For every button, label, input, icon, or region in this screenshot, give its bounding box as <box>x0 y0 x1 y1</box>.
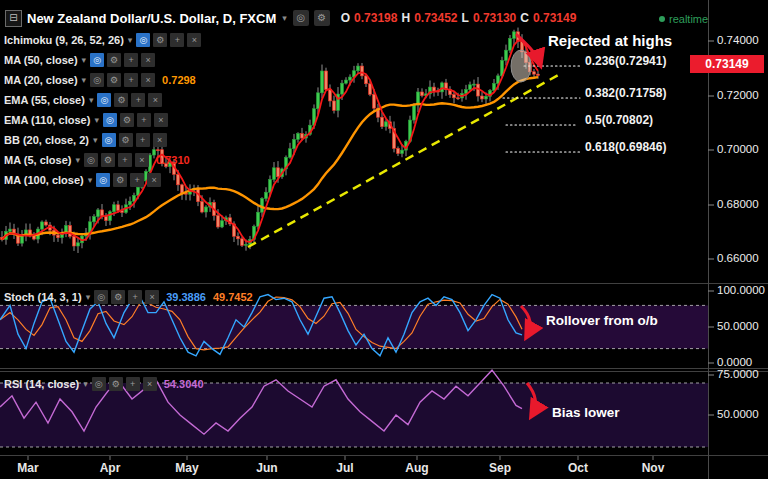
indicator-row-ma-50-close: MA (50, close)▾◎⚙+× <box>4 51 155 69</box>
chevron-down-icon[interactable]: ▾ <box>74 155 81 165</box>
indicator-label-ma-100-close[interactable]: MA (100, close) <box>4 174 84 186</box>
add-icon[interactable]: + <box>137 113 151 127</box>
settings-icon[interactable]: ⚙ <box>109 377 123 391</box>
indicator-row-ichimoku-9-26-52-26: Ichimoku (9, 26, 52, 26)▾◎⚙+× <box>4 31 201 49</box>
fib-label-0-236-0-72941: 0.236(0.72941) <box>585 54 666 68</box>
eye-icon[interactable]: ◎ <box>92 377 106 391</box>
close-icon[interactable]: × <box>153 133 167 147</box>
chevron-down-icon[interactable]: ▾ <box>93 115 100 125</box>
add-icon[interactable]: + <box>131 93 145 107</box>
settings-icon[interactable]: ⚙ <box>153 33 167 47</box>
settings-icon[interactable]: ⚙ <box>114 93 128 107</box>
close-icon[interactable]: × <box>187 33 201 47</box>
settings-icon[interactable]: ⚙ <box>113 173 127 187</box>
ohlc-readout: O0.73198H0.73452L0.73130C0.73149 <box>341 11 577 25</box>
add-icon[interactable]: + <box>130 173 144 187</box>
settings-icon[interactable]: ⚙ <box>107 53 121 67</box>
indicator-label-bb-20-close-2[interactable]: BB (20, close, 2) <box>4 134 89 146</box>
add-icon[interactable]: + <box>118 153 132 167</box>
toggle-visibility-icon[interactable]: ◎ <box>293 10 309 26</box>
chevron-down-icon[interactable]: ▾ <box>81 55 88 65</box>
price-tick-0.70000: 0.70000 <box>717 143 759 155</box>
settings-icon[interactable]: ⚙ <box>119 133 133 147</box>
add-icon[interactable]: + <box>124 73 138 87</box>
ohlc-value-c: 0.73149 <box>533 11 576 25</box>
chevron-down-icon[interactable]: ▾ <box>127 35 134 45</box>
settings-icon[interactable]: ⚙ <box>107 73 121 87</box>
close-icon[interactable]: × <box>143 377 157 391</box>
indicator-label-ma-20-close[interactable]: MA (20, close) <box>4 74 78 86</box>
rsi-tick-50.0000: 50.0000 <box>717 408 759 420</box>
eye-icon[interactable]: ◎ <box>90 73 104 87</box>
chevron-down-icon[interactable]: ▾ <box>85 292 92 302</box>
time-axis-month-jul: Jul <box>336 461 353 475</box>
indicator-row-ma-100-close: MA (100, close)▾◎⚙+× <box>4 171 161 189</box>
trendline[interactable] <box>248 73 562 247</box>
indicator-label-ma-5-close[interactable]: MA (5, close) <box>4 154 71 166</box>
settings-icon[interactable]: ⚙ <box>120 113 134 127</box>
chevron-down-icon[interactable]: ▾ <box>92 135 99 145</box>
ohlc-value-o: 0.73198 <box>354 11 397 25</box>
eye-icon[interactable]: ◎ <box>90 53 104 67</box>
ohlc-value-h: 0.73452 <box>414 11 457 25</box>
indicator-value: 0.7298 <box>162 74 196 86</box>
eye-icon[interactable]: ◎ <box>96 173 110 187</box>
indicator-label-ichimoku-9-26-52-26[interactable]: Ichimoku (9, 26, 52, 26) <box>4 34 124 46</box>
time-axis-month-may: May <box>175 461 198 475</box>
indicator-label-rsi-14-close[interactable]: RSI (14, close) <box>4 378 79 390</box>
indicator-row-ma-20-close: MA (20, close)▾◎⚙+×0.7298 <box>4 71 196 89</box>
indicator-label-ma-50-close[interactable]: MA (50, close) <box>4 54 78 66</box>
chevron-down-icon[interactable]: ▾ <box>81 75 88 85</box>
chart-settings-icon[interactable]: ⚙ <box>314 10 330 26</box>
add-icon[interactable]: + <box>128 290 142 304</box>
chevron-down-icon[interactable]: ▾ <box>281 13 288 23</box>
close-icon[interactable]: × <box>145 290 159 304</box>
indicator-label-ema-110-close[interactable]: EMA (110, close) <box>4 114 90 126</box>
indicator-label-ema-55-close[interactable]: EMA (55, close) <box>4 94 85 106</box>
eye-icon[interactable]: ◎ <box>136 33 150 47</box>
chevron-down-icon[interactable]: ▾ <box>87 175 94 185</box>
fib-label-0-618-0-69846: 0.618(0.69846) <box>585 140 666 154</box>
symbol-title[interactable]: New Zealand Dollar/U.S. Dollar, D, FXCM <box>27 11 276 26</box>
eye-icon[interactable]: ◎ <box>97 93 111 107</box>
realtime-label: realtime <box>669 13 708 25</box>
last-price-badge: 0.73149 <box>690 55 764 73</box>
highlight-ellipse[interactable] <box>511 50 531 82</box>
realtime-status: realtime <box>659 13 708 25</box>
fib-label-0-5-0-70802: 0.5(0.70802) <box>585 113 653 127</box>
settings-icon[interactable]: ⚙ <box>101 153 115 167</box>
fib-label-0-382-0-71758: 0.382(0.71758) <box>585 86 666 100</box>
collapse-chart-icon[interactable]: ⊟ <box>5 10 22 27</box>
price-tick-0.66000: 0.66000 <box>717 252 759 264</box>
settings-icon[interactable]: ⚙ <box>111 290 125 304</box>
trading-chart-app: ⊟ New Zealand Dollar/U.S. Dollar, D, FXC… <box>0 0 768 479</box>
eye-icon[interactable]: ◎ <box>102 133 116 147</box>
close-icon[interactable]: × <box>141 53 155 67</box>
close-icon[interactable]: × <box>147 173 161 187</box>
indicator-label-stoch-14-3-1[interactable]: Stoch (14, 3, 1) <box>4 291 82 303</box>
chevron-down-icon[interactable]: ▾ <box>88 95 95 105</box>
rsi-tick-75.0000: 75.0000 <box>717 368 759 380</box>
indicator-row-ema-55-close: EMA (55, close)▾◎⚙+× <box>4 91 162 109</box>
add-icon[interactable]: + <box>124 53 138 67</box>
chevron-down-icon[interactable]: ▾ <box>82 379 89 389</box>
eye-icon[interactable]: ◎ <box>84 153 98 167</box>
indicator-row-ma-5-close: MA (5, close)▾◎⚙+×0.7310 <box>4 151 190 169</box>
add-icon[interactable]: + <box>126 377 140 391</box>
eye-icon[interactable]: ◎ <box>94 290 108 304</box>
chart-header: ⊟ New Zealand Dollar/U.S. Dollar, D, FXC… <box>5 9 576 27</box>
eye-icon[interactable]: ◎ <box>103 113 117 127</box>
ohlc-value-l: 0.73130 <box>473 11 516 25</box>
close-icon[interactable]: × <box>141 73 155 87</box>
indicator-value: 49.7452 <box>213 291 253 303</box>
price-tick-0.68000: 0.68000 <box>717 198 759 210</box>
realtime-dot-icon <box>659 16 665 22</box>
time-axis-month-oct: Oct <box>568 461 588 475</box>
add-icon[interactable]: + <box>136 133 150 147</box>
close-icon[interactable]: × <box>135 153 149 167</box>
indicator-value: 54.3040 <box>164 378 204 390</box>
close-icon[interactable]: × <box>154 113 168 127</box>
time-axis-month-sep: Sep <box>489 461 511 475</box>
close-icon[interactable]: × <box>148 93 162 107</box>
add-icon[interactable]: + <box>170 33 184 47</box>
